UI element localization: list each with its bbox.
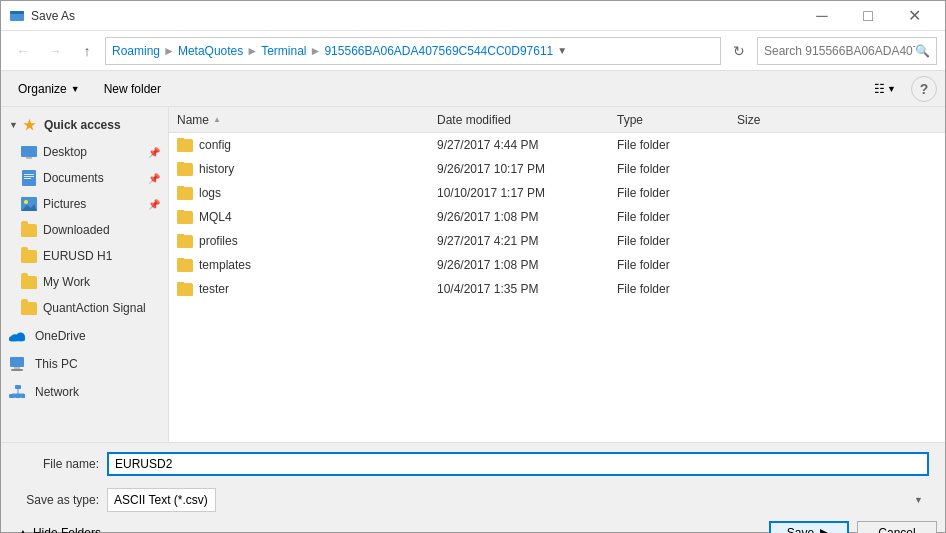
svg-rect-5 — [24, 174, 34, 175]
table-row[interactable]: config 9/27/2017 4:44 PM File folder — [169, 133, 945, 157]
breadcrumb[interactable]: Roaming ► MetaQuotes ► Terminal ► 915566… — [105, 37, 721, 65]
quick-access-icon: ★ — [22, 117, 38, 133]
svg-rect-19 — [9, 394, 15, 398]
svg-rect-20 — [15, 394, 21, 398]
new-folder-button[interactable]: New folder — [93, 76, 172, 102]
cursor-indicator: ▶ — [820, 525, 831, 533]
new-folder-label: New folder — [104, 82, 161, 96]
file-name: logs — [199, 186, 221, 200]
breadcrumb-item-current[interactable]: 915566BA06ADA407569C544CC0D97611 — [324, 44, 553, 58]
sidebar-item-onedrive[interactable]: OneDrive — [1, 323, 168, 349]
file-cell-name: logs — [169, 186, 429, 200]
table-row[interactable]: tester 10/4/2017 1:35 PM File folder — [169, 277, 945, 301]
filename-input[interactable] — [107, 452, 929, 476]
main-content: ▼ ★ Quick access Desktop 📌 Documents — [1, 107, 945, 442]
file-cell-type: File folder — [609, 186, 729, 200]
forward-button[interactable]: → — [41, 37, 69, 65]
file-cell-type: File folder — [609, 258, 729, 272]
savetype-select[interactable]: ASCII Text (*.csv) — [107, 488, 216, 512]
back-button[interactable]: ← — [9, 37, 37, 65]
svg-rect-21 — [21, 394, 25, 398]
svg-rect-1 — [10, 11, 24, 14]
svg-rect-17 — [11, 369, 23, 371]
file-cell-date: 9/26/2017 1:08 PM — [429, 258, 609, 272]
column-name[interactable]: Name ▲ — [169, 113, 429, 127]
thispc-icon — [9, 356, 25, 372]
search-input[interactable] — [764, 44, 915, 58]
file-name: config — [199, 138, 231, 152]
sidebar-quant-label: QuantAction Signal — [43, 301, 146, 315]
sidebar-item-thispc[interactable]: This PC — [1, 351, 168, 377]
file-cell-name: history — [169, 162, 429, 176]
folder-icon — [177, 187, 193, 200]
save-button[interactable]: Save ▶ — [769, 521, 849, 533]
breadcrumb-item[interactable]: MetaQuotes — [178, 44, 243, 58]
table-row[interactable]: logs 10/10/2017 1:17 PM File folder — [169, 181, 945, 205]
search-icon: 🔍 — [915, 44, 930, 58]
minimize-button[interactable]: ─ — [799, 1, 845, 31]
column-size[interactable]: Size — [729, 113, 809, 127]
file-cell-type: File folder — [609, 138, 729, 152]
save-as-dialog: Save As ─ □ ✕ ← → ↑ Roaming ► MetaQuotes… — [0, 0, 946, 533]
sidebar-item-mywork[interactable]: My Work — [1, 269, 168, 295]
hide-folders-label: Hide Folders — [33, 526, 101, 533]
collapse-arrow: ▼ — [9, 120, 18, 130]
sidebar-item-eurusd[interactable]: EURUSD H1 — [1, 243, 168, 269]
sidebar-item-downloaded[interactable]: Downloaded — [1, 217, 168, 243]
sidebar-network-label: Network — [35, 385, 79, 399]
folder-icon — [177, 259, 193, 272]
quant-icon — [21, 300, 37, 316]
svg-point-9 — [24, 200, 28, 204]
file-name: profiles — [199, 234, 238, 248]
table-row[interactable]: MQL4 9/26/2017 1:08 PM File folder — [169, 205, 945, 229]
quick-access-header[interactable]: ▼ ★ Quick access — [1, 111, 168, 139]
sidebar-item-quant[interactable]: QuantAction Signal — [1, 295, 168, 321]
column-date[interactable]: Date modified — [429, 113, 609, 127]
breadcrumb-item[interactable]: Terminal — [261, 44, 306, 58]
sidebar-item-documents[interactable]: Documents 📌 — [1, 165, 168, 191]
filename-row: File name: — [1, 443, 945, 479]
folder-icon — [177, 235, 193, 248]
svg-rect-2 — [21, 146, 37, 157]
svg-rect-3 — [26, 157, 32, 159]
sidebar-thispc-label: This PC — [35, 357, 78, 371]
file-cell-name: templates — [169, 258, 429, 272]
sidebar-item-network[interactable]: Network — [1, 379, 168, 405]
maximize-button[interactable]: □ — [845, 1, 891, 31]
onedrive-section: OneDrive — [1, 323, 168, 349]
file-name: templates — [199, 258, 251, 272]
cancel-button[interactable]: Cancel — [857, 521, 937, 533]
file-cell-type: File folder — [609, 162, 729, 176]
quick-access-section: ▼ ★ Quick access Desktop 📌 Documents — [1, 111, 168, 321]
mywork-icon — [21, 274, 37, 290]
breadcrumb-sep2: ► — [246, 44, 258, 58]
organize-button[interactable]: Organize ▼ — [9, 76, 89, 102]
table-row[interactable]: profiles 9/27/2017 4:21 PM File folder — [169, 229, 945, 253]
cancel-label: Cancel — [878, 526, 915, 533]
address-bar: ← → ↑ Roaming ► MetaQuotes ► Terminal ► … — [1, 31, 945, 71]
file-cell-date: 9/27/2017 4:21 PM — [429, 234, 609, 248]
sidebar-documents-label: Documents — [43, 171, 104, 185]
downloaded-icon — [21, 222, 37, 238]
sidebar-item-pictures[interactable]: Pictures 📌 — [1, 191, 168, 217]
help-button[interactable]: ? — [911, 76, 937, 102]
table-row[interactable]: history 9/26/2017 10:17 PM File folder — [169, 157, 945, 181]
table-row[interactable]: templates 9/26/2017 1:08 PM File folder — [169, 253, 945, 277]
desktop-icon — [21, 144, 37, 160]
refresh-button[interactable]: ↻ — [725, 37, 753, 65]
folder-icon — [177, 211, 193, 224]
search-box: 🔍 — [757, 37, 937, 65]
file-name: history — [199, 162, 234, 176]
column-type[interactable]: Type — [609, 113, 729, 127]
sidebar-item-desktop[interactable]: Desktop 📌 — [1, 139, 168, 165]
svg-rect-18 — [15, 385, 21, 389]
hide-folders-toggle[interactable]: ▲ Hide Folders — [9, 526, 109, 533]
breadcrumb-item[interactable]: Roaming — [112, 44, 160, 58]
view-button[interactable]: ☷ ▼ — [863, 76, 907, 102]
up-button[interactable]: ↑ — [73, 37, 101, 65]
window-title: Save As — [31, 9, 799, 23]
breadcrumb-dropdown[interactable]: ▼ — [557, 45, 567, 56]
onedrive-icon — [9, 328, 25, 344]
close-button[interactable]: ✕ — [891, 1, 937, 31]
bottom-bar: File name: Save as type: ASCII Text (*.c… — [1, 442, 945, 532]
